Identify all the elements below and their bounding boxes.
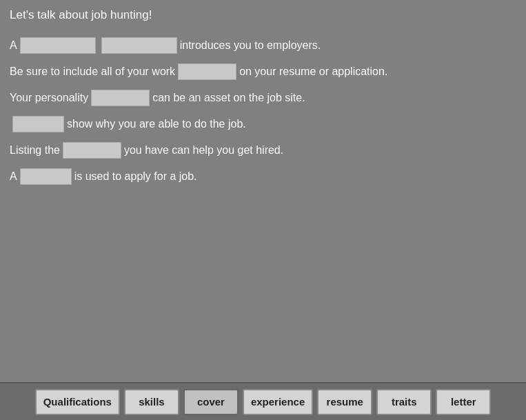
blank-1-1[interactable] [20, 37, 96, 54]
sentence-3: Your personality can be an asset on the … [10, 90, 516, 106]
text-yourpersonality: Your personality [10, 90, 88, 106]
page-title: Let's talk about job hunting! [10, 8, 516, 22]
tile-skills[interactable]: skills [124, 389, 179, 415]
text-a2: A [10, 169, 17, 184]
blank-3-1[interactable] [91, 90, 150, 106]
text-a1: A [10, 38, 17, 53]
tile-cover[interactable]: cover [183, 389, 239, 415]
main-content: Let's talk about job hunting! A introduc… [0, 0, 526, 382]
text-showwhy: show why you are able to do the job. [67, 117, 246, 132]
sentence-4: show why you are able to do the job. [10, 116, 516, 132]
tile-letter[interactable]: letter [436, 389, 491, 415]
text-youhave: you have can help you get hired. [124, 143, 283, 158]
tile-experience[interactable]: experience [243, 389, 313, 415]
tile-resume[interactable]: resume [317, 389, 372, 415]
text-besure: Be sure to include all of your work [10, 64, 175, 79]
text-isusedto: is used to apply for a job. [74, 169, 197, 184]
sentence-2: Be sure to include all of your work on y… [10, 63, 516, 80]
blank-5-1[interactable] [63, 142, 121, 159]
blank-4-1[interactable] [12, 116, 64, 132]
text-listingthe: Listing the [10, 143, 60, 158]
word-bank: Qualifications skills cover experience r… [0, 382, 526, 420]
blank-2-1[interactable] [178, 63, 236, 80]
tile-qualifications[interactable]: Qualifications [35, 389, 120, 415]
text-canbeanasset: can be an asset on the job site. [152, 90, 305, 106]
sentence-1: A introduces you to employers. [10, 37, 516, 54]
text-onyour: on your resume or application. [239, 64, 387, 79]
blank-1-2[interactable] [101, 37, 177, 54]
sentence-5: Listing the you have can help you get hi… [10, 142, 516, 159]
text-introduces: introduces you to employers. [180, 38, 321, 53]
blank-6-1[interactable] [20, 168, 72, 185]
tile-traits[interactable]: traits [376, 389, 432, 415]
sentence-6: A is used to apply for a job. [10, 168, 516, 185]
